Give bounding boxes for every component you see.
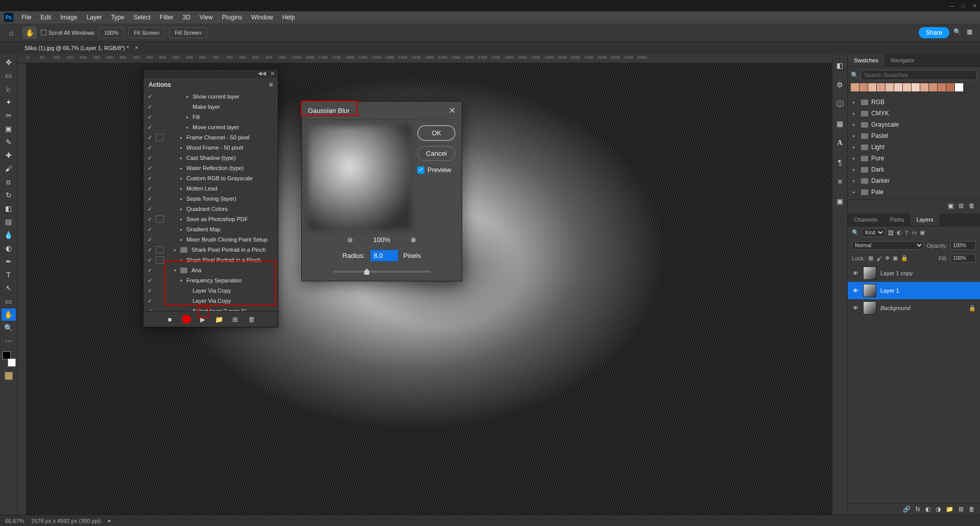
color-swatches[interactable] <box>3 351 15 364</box>
action-item[interactable]: ✓▸Mixer Brush Cloning Paint Setup <box>144 234 278 245</box>
filter-adj-icon[interactable]: ◐ <box>897 229 902 236</box>
action-item[interactable]: ✓▸Water Reflection (type) <box>144 163 278 173</box>
swatch[interactable] <box>859 83 868 91</box>
swatch-folder[interactable]: Pastel <box>848 130 980 141</box>
filter-image-icon[interactable]: 🖼 <box>888 230 894 236</box>
channels-tab[interactable]: Channels <box>848 213 883 226</box>
color-panel-icon[interactable]: ◧ <box>835 60 845 70</box>
zoom-level[interactable]: 66,67% <box>5 518 24 524</box>
swatch-folder[interactable]: Light <box>848 141 980 153</box>
dialog-close-icon[interactable]: ✕ <box>449 106 456 115</box>
blur-tool[interactable]: 💧 <box>2 229 16 241</box>
swatch[interactable] <box>946 83 954 91</box>
zoom-tool[interactable]: 🔍 <box>2 322 16 334</box>
action-item[interactable]: ✓▸Shark Pixel Portrait in a Pinch <box>144 255 278 265</box>
home-icon[interactable]: ⌂ <box>4 27 18 39</box>
action-item[interactable]: ✓Layer Via Copy <box>144 285 278 296</box>
trash-icon[interactable]: 🗑 <box>969 202 975 209</box>
share-button[interactable]: Share <box>919 27 949 38</box>
crop-tool[interactable]: ✂ <box>2 109 16 122</box>
layer-item[interactable]: 👁Layer 1 copy <box>848 265 980 282</box>
close-window-button[interactable]: ✕ <box>972 3 977 9</box>
adjustments-panel-icon[interactable]: ⚙ <box>835 80 845 90</box>
document-tab[interactable]: Slika (1).jpg @ 66,7% (Layer 1, RGB/8*) … <box>18 43 141 54</box>
swatch[interactable] <box>851 83 859 91</box>
hand-tool[interactable]: ✋ <box>2 308 16 321</box>
swatch[interactable] <box>868 83 876 91</box>
swatch[interactable] <box>877 83 885 91</box>
menu-type[interactable]: Type <box>107 12 128 22</box>
swatch[interactable] <box>955 83 963 91</box>
menu-layer[interactable]: Layer <box>82 12 106 22</box>
menu-file[interactable]: File <box>17 12 35 22</box>
action-item[interactable]: ✓▸Move current layer <box>144 122 278 132</box>
action-item[interactable]: ✓▸Shark Pixel Portrait in a Pinch <box>144 245 278 255</box>
action-item[interactable]: ✓▸Sepia Toning (layer) <box>144 194 278 204</box>
stop-icon[interactable]: ■ <box>165 315 175 324</box>
swatch[interactable] <box>886 83 894 91</box>
swatch[interactable] <box>938 83 946 91</box>
blur-preview[interactable] <box>308 125 411 230</box>
menu-filter[interactable]: Filter <box>156 12 178 22</box>
swatch[interactable] <box>929 83 937 91</box>
action-item[interactable]: ✓▸Save as Photoshop PDF <box>144 214 278 224</box>
action-item[interactable]: ✓▸Quadrant Colors <box>144 204 278 214</box>
dodge-tool[interactable]: ◐ <box>2 242 16 254</box>
brush-tool[interactable]: 🖌 <box>2 162 16 175</box>
slider-thumb[interactable] <box>364 269 369 275</box>
paths-tab[interactable]: Paths <box>883 213 910 226</box>
swatch[interactable] <box>894 83 902 91</box>
swatch-folder[interactable]: Pale <box>848 186 980 198</box>
action-item[interactable]: ✓▾Frequency Separation <box>144 275 278 285</box>
action-item[interactable]: ✓▸Select layer "Layer 1" <box>144 306 278 311</box>
marquee-tool[interactable]: ▭ <box>2 69 16 82</box>
action-item[interactable]: ✓▸Wood Frame - 50 pixel <box>144 142 278 153</box>
swatch[interactable] <box>920 83 928 91</box>
lock-transparent-icon[interactable]: ▦ <box>868 255 873 261</box>
layer-item[interactable]: 👁Layer 1 <box>848 282 980 299</box>
filter-smart-icon[interactable]: ▣ <box>920 229 925 236</box>
blend-mode-select[interactable]: Normal <box>852 241 924 250</box>
filter-shape-icon[interactable]: ▭ <box>912 229 917 236</box>
gaussian-blur-dialog[interactable]: Gaussian Blur ✕ OK Cancel ✓Preview ⊖ 100… <box>301 101 462 281</box>
navigator-tab[interactable]: Navigator <box>885 54 921 66</box>
visibility-icon[interactable]: 👁 <box>852 305 859 311</box>
action-item[interactable]: ✓Layer Via Copy <box>144 296 278 306</box>
swatch-folder[interactable]: CMYK <box>848 108 980 119</box>
info-panel-icon[interactable]: ⓘ <box>835 99 845 109</box>
quick-mask[interactable] <box>5 372 13 380</box>
menu-help[interactable]: Help <box>278 12 299 22</box>
search-swatches-input[interactable] <box>861 70 977 80</box>
filter-type-icon[interactable]: T <box>905 230 909 236</box>
pen-tool[interactable]: ✒ <box>2 255 16 268</box>
zoom-out-icon[interactable]: ⊖ <box>347 236 353 244</box>
delete-action-icon[interactable]: 🗑 <box>247 315 256 324</box>
zoom-100-button[interactable]: 100% <box>99 27 124 38</box>
layers-panel-icon[interactable]: ▣ <box>835 196 845 206</box>
history-brush-tool[interactable]: ↻ <box>2 189 16 201</box>
gradient-tool[interactable]: ▤ <box>2 216 16 228</box>
action-item[interactable]: ✓▾Ana <box>144 265 278 275</box>
collapse-icon[interactable]: ◀◀ <box>258 70 266 77</box>
menu-select[interactable]: Select <box>129 12 154 22</box>
cancel-button[interactable]: Cancel <box>417 146 456 161</box>
lock-all-icon[interactable]: 🔒 <box>901 255 908 261</box>
mask-icon[interactable]: ◐ <box>925 506 930 513</box>
eraser-tool[interactable]: ◧ <box>2 202 16 214</box>
lock-paint-icon[interactable]: 🖌 <box>876 255 882 261</box>
lock-position-icon[interactable]: ✥ <box>885 255 890 261</box>
preview-checkbox[interactable]: ✓Preview <box>417 166 456 174</box>
shape-tool[interactable]: ▭ <box>2 295 16 307</box>
action-item[interactable]: ✓▸Fill <box>144 112 278 122</box>
kind-select[interactable]: Kind <box>862 228 885 237</box>
new-action-icon[interactable]: ⊞ <box>231 315 240 324</box>
action-item[interactable]: ✓Make layer <box>144 102 278 112</box>
wand-tool[interactable]: ✦ <box>2 96 16 108</box>
action-item[interactable]: ✓▸Cast Shadow (type) <box>144 153 278 163</box>
character-panel-icon[interactable]: A <box>835 138 845 148</box>
record-icon[interactable] <box>182 315 191 324</box>
radius-input[interactable] <box>370 250 398 261</box>
menu-view[interactable]: View <box>196 12 217 22</box>
new-set-icon[interactable]: 📁 <box>214 315 224 324</box>
radius-slider[interactable] <box>333 271 431 273</box>
